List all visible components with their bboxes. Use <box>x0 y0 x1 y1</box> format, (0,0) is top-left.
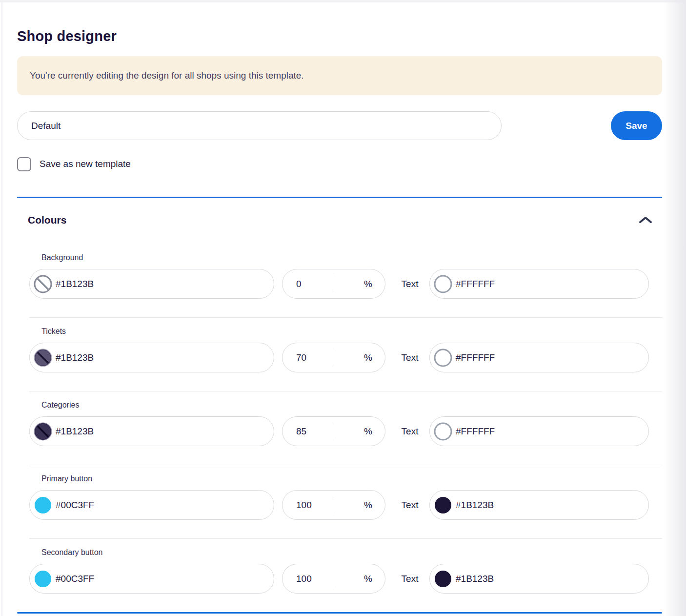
colour-hex-input[interactable]: #00C3FF <box>29 564 274 594</box>
colour-row: Background #1B123B 0 % Text #FFFFFF <box>29 253 662 318</box>
chevron-up-icon[interactable] <box>639 216 652 225</box>
save-as-new-label: Save as new template <box>40 159 131 169</box>
text-hex-value: #1B123B <box>456 500 494 511</box>
text-hex-input[interactable]: #FFFFFF <box>429 416 649 446</box>
template-name-row: Save <box>17 111 662 140</box>
text-hex-value: #FFFFFF <box>456 352 495 363</box>
text-swatch-icon[interactable] <box>434 349 452 367</box>
colour-row-inputs: #1B123B 70 % Text #FFFFFF <box>29 343 662 372</box>
row-separator <box>29 317 662 318</box>
percent-divider <box>334 423 334 440</box>
percent-sign: % <box>364 426 372 437</box>
colour-row-inputs: #00C3FF 100 % Text #1B123B <box>29 564 662 594</box>
colour-row-inputs: #00C3FF 100 % Text #1B123B <box>29 490 662 520</box>
text-hex-input[interactable]: #FFFFFF <box>429 343 649 372</box>
colours-section-header: Colours <box>17 213 662 227</box>
opacity-input[interactable]: 100 % <box>282 564 385 594</box>
colour-swatch-icon[interactable] <box>34 570 52 588</box>
colour-row-label: Secondary button <box>41 548 662 559</box>
opacity-value: 0 <box>296 279 302 289</box>
save-button[interactable]: Save <box>611 111 662 140</box>
row-separator <box>29 538 662 539</box>
text-hex-input[interactable]: #1B123B <box>429 564 649 594</box>
page-top-border <box>0 0 686 2</box>
colour-row: Primary button #00C3FF 100 % Text #1B123 <box>29 474 662 539</box>
colour-row-label: Categories <box>41 401 662 411</box>
text-colour-label: Text <box>398 426 422 437</box>
colour-hex-value: #00C3FF <box>56 500 94 511</box>
template-name-input[interactable] <box>17 111 502 140</box>
percent-sign: % <box>364 574 372 584</box>
info-banner-text: You're currently editing the design for … <box>30 70 304 81</box>
percent-sign: % <box>364 279 372 289</box>
colour-hex-input[interactable]: #00C3FF <box>29 490 274 520</box>
colour-row-label: Primary button <box>41 474 662 485</box>
text-swatch-icon[interactable] <box>434 422 452 441</box>
row-separator <box>29 391 662 391</box>
colour-hex-input[interactable]: #1B123B <box>29 343 274 372</box>
colour-row: Categories #1B123B 85 % Text #FFFFFF <box>29 401 662 465</box>
colour-swatch-icon[interactable] <box>34 422 52 441</box>
opacity-input[interactable]: 0 % <box>282 269 385 299</box>
text-hex-value: #FFFFFF <box>456 426 495 437</box>
colour-hex-value: #1B123B <box>56 426 94 437</box>
section-divider-bottom <box>17 612 662 614</box>
text-colour-label: Text <box>398 574 422 584</box>
percent-sign: % <box>364 500 372 511</box>
colour-row-label: Tickets <box>41 327 662 338</box>
opacity-input[interactable]: 85 % <box>282 416 385 446</box>
opacity-value: 85 <box>296 426 306 437</box>
save-as-new-checkbox[interactable] <box>17 157 31 171</box>
colour-swatch-icon[interactable] <box>34 275 52 293</box>
text-swatch-icon[interactable] <box>434 570 452 588</box>
percent-divider <box>334 496 334 513</box>
colour-swatch-icon[interactable] <box>34 496 52 514</box>
shop-designer-panel: Shop designer You're currently editing t… <box>0 28 686 614</box>
text-colour-label: Text <box>398 352 422 363</box>
save-as-new-row[interactable]: Save as new template <box>17 157 662 171</box>
section-divider-top <box>17 197 662 198</box>
page-title: Shop designer <box>17 28 662 44</box>
colour-hex-value: #1B123B <box>56 352 94 363</box>
colour-row-inputs: #1B123B 0 % Text #FFFFFF <box>29 269 662 299</box>
colour-row-label: Background <box>41 253 662 264</box>
text-swatch-icon[interactable] <box>434 275 452 293</box>
percent-divider <box>334 275 334 292</box>
opacity-value: 100 <box>296 574 312 584</box>
text-hex-input[interactable]: #1B123B <box>429 490 649 520</box>
text-colour-label: Text <box>398 500 422 511</box>
percent-sign: % <box>364 352 372 363</box>
colour-rows: Background #1B123B 0 % Text #FFFFFF <box>17 253 662 594</box>
row-separator <box>29 465 662 465</box>
percent-divider <box>334 349 334 366</box>
opacity-input[interactable]: 100 % <box>282 490 385 520</box>
text-hex-value: #FFFFFF <box>456 279 495 289</box>
text-hex-input[interactable]: #FFFFFF <box>429 269 649 299</box>
colours-section-title: Colours <box>28 214 66 226</box>
colour-row-inputs: #1B123B 85 % Text #FFFFFF <box>29 416 662 446</box>
colour-hex-value: #1B123B <box>56 279 94 289</box>
colour-hex-input[interactable]: #1B123B <box>29 416 274 446</box>
colour-swatch-icon[interactable] <box>34 349 52 367</box>
colour-row: Tickets #1B123B 70 % Text #FFFFFF <box>29 327 662 391</box>
opacity-value: 100 <box>296 500 312 511</box>
info-banner: You're currently editing the design for … <box>17 56 662 95</box>
colour-row: Secondary button #00C3FF 100 % Text #1B1 <box>29 548 662 594</box>
colour-hex-input[interactable]: #1B123B <box>29 269 274 299</box>
opacity-input[interactable]: 70 % <box>282 343 385 372</box>
text-hex-value: #1B123B <box>456 574 494 584</box>
colour-hex-value: #00C3FF <box>56 574 94 584</box>
text-swatch-icon[interactable] <box>434 496 452 514</box>
text-colour-label: Text <box>398 279 422 289</box>
opacity-value: 70 <box>296 352 306 363</box>
percent-divider <box>334 570 334 587</box>
